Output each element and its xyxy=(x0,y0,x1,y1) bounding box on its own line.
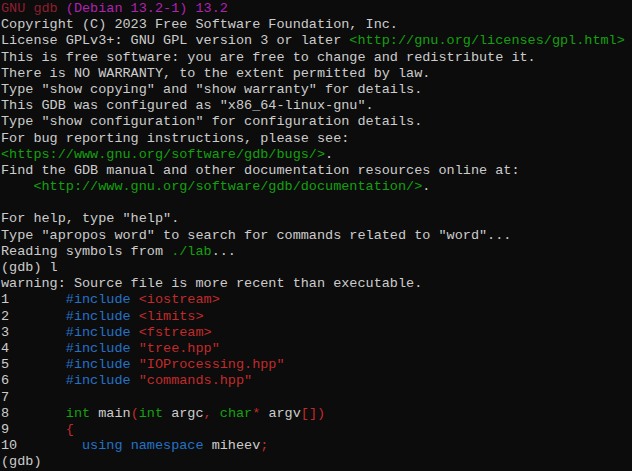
terminal-line xyxy=(1,195,632,211)
terminal-text-segment: 3 xyxy=(1,325,66,340)
terminal-text-segment: #include xyxy=(66,357,131,372)
terminal-text-segment: #include xyxy=(66,292,131,307)
terminal-text-segment: warning: Source file is more recent than… xyxy=(1,276,422,291)
terminal-text-segment xyxy=(131,325,139,340)
terminal-text-segment: using xyxy=(82,438,123,453)
terminal-text-segment: 4 xyxy=(1,341,66,356)
terminal-text-segment: 7 xyxy=(1,390,9,405)
terminal-line: <https://www.gnu.org/software/gdb/bugs/>… xyxy=(1,147,632,163)
terminal-text-segment: (gdb) xyxy=(1,454,42,469)
terminal-text-segment: 9 xyxy=(1,422,66,437)
terminal-text-segment: , xyxy=(204,406,212,421)
terminal-line: For bug reporting instructions, please s… xyxy=(1,131,632,147)
terminal-line: 10 using namespace miheev; xyxy=(1,438,632,454)
terminal-text-segment: 5 xyxy=(1,357,66,372)
terminal-text-segment: #include xyxy=(66,309,131,324)
terminal-line: For help, type "help". xyxy=(1,211,632,227)
terminal-text-segment: There is NO WARRANTY, to the extent perm… xyxy=(1,66,430,81)
terminal-text-segment xyxy=(131,292,139,307)
terminal-line: 6 #include "commands.hpp" xyxy=(1,373,632,389)
terminal-text-segment: "IOProcessing.hpp" xyxy=(139,357,285,372)
terminal-line: Type "apropos word" to search for comman… xyxy=(1,228,632,244)
terminal-line: License GPLv3+: GNU GPL version 3 or lat… xyxy=(1,33,632,49)
terminal-text-segment: ( xyxy=(131,406,139,421)
terminal-line: Reading symbols from ./lab... xyxy=(1,244,632,260)
terminal-text-segment: int xyxy=(66,406,90,421)
terminal-line: <http://www.gnu.org/software/gdb/documen… xyxy=(1,179,632,195)
terminal-text-segment xyxy=(131,357,139,372)
terminal-line: This is free software: you are free to c… xyxy=(1,50,632,66)
terminal-text-segment: GNU gdb xyxy=(1,1,66,16)
terminal-line: 7 xyxy=(1,390,632,406)
terminal-line: warning: Source file is more recent than… xyxy=(1,276,632,292)
terminal-text-segment xyxy=(212,406,220,421)
terminal-text-segment: #include xyxy=(66,341,131,356)
terminal-text-segment: []) xyxy=(301,406,325,421)
terminal-text-segment: License GPLv3+: GNU GPL version 3 or lat… xyxy=(1,33,349,48)
terminal-text-segment: For bug reporting instructions, please s… xyxy=(1,131,349,146)
terminal-line: 1 #include <iostream> xyxy=(1,292,632,308)
terminal-text-segment: 6 xyxy=(1,373,66,388)
terminal-text-segment: 1 xyxy=(1,292,66,307)
terminal-text-segment: "tree.hpp" xyxy=(139,341,220,356)
terminal-text-segment: miheev xyxy=(204,438,261,453)
terminal-text-segment: (gdb) l xyxy=(1,260,58,275)
terminal-text-segment: . xyxy=(422,179,430,194)
terminal-line: GNU gdb (Debian 13.2-1) 13.2 xyxy=(1,1,632,17)
terminal-text-segment: Type "apropos word" to search for comman… xyxy=(1,228,511,243)
terminal-text-segment: namespace xyxy=(131,438,204,453)
terminal-text-segment: For help, type "help". xyxy=(1,211,179,226)
terminal-text-segment: <iostream> xyxy=(139,292,220,307)
terminal-text-segment: <https://www.gnu.org/software/gdb/bugs/> xyxy=(1,147,325,162)
terminal-text-segment: This GDB was configured as "x86_64-linux… xyxy=(1,98,374,113)
terminal-text-segment: This is free software: you are free to c… xyxy=(1,50,536,65)
terminal-text-segment: Type "show configuration" for configurat… xyxy=(1,114,422,129)
terminal-text-segment xyxy=(131,309,139,324)
terminal-text-segment: ... xyxy=(212,244,236,259)
terminal-line: This GDB was configured as "x86_64-linux… xyxy=(1,98,632,114)
terminal-text-segment: Type "show copying" and "show warranty" … xyxy=(1,82,422,97)
terminal-text-segment: (Debian 13.2-1) 13.2 xyxy=(66,1,228,16)
terminal-text-segment: int xyxy=(139,406,163,421)
terminal-text-segment: { xyxy=(66,422,74,437)
terminal[interactable]: GNU gdb (Debian 13.2-1) 13.2Copyright (C… xyxy=(0,0,632,471)
terminal-text-segment: #include xyxy=(66,373,131,388)
terminal-text-segment: #include xyxy=(66,325,131,340)
terminal-text-segment: ./lab xyxy=(171,244,212,259)
terminal-line: There is NO WARRANTY, to the extent perm… xyxy=(1,66,632,82)
terminal-text-segment xyxy=(123,438,131,453)
gdb-prompt-line[interactable]: (gdb) xyxy=(1,454,632,470)
terminal-line: 8 int main(int argc, char* argv[]) xyxy=(1,406,632,422)
terminal-text-segment: argc xyxy=(163,406,204,421)
terminal-text-segment: <http://www.gnu.org/software/gdb/documen… xyxy=(33,179,422,194)
terminal-text-segment: char xyxy=(220,406,252,421)
terminal-text-segment xyxy=(1,179,33,194)
terminal-text-segment xyxy=(131,341,139,356)
terminal-line: 3 #include <fstream> xyxy=(1,325,632,341)
terminal-text-segment: . xyxy=(325,147,333,162)
terminal-text-segment: 8 xyxy=(1,406,66,421)
terminal-line: 2 #include <limits> xyxy=(1,309,632,325)
terminal-line: 5 #include "IOProcessing.hpp" xyxy=(1,357,632,373)
terminal-line: (gdb) l xyxy=(1,260,632,276)
terminal-line: Type "show copying" and "show warranty" … xyxy=(1,82,632,98)
terminal-line: Type "show configuration" for configurat… xyxy=(1,114,632,130)
terminal-line: Copyright (C) 2023 Free Software Foundat… xyxy=(1,17,632,33)
terminal-line: 4 #include "tree.hpp" xyxy=(1,341,632,357)
terminal-text-segment: 2 xyxy=(1,309,66,324)
terminal-text-segment: <fstream> xyxy=(139,325,212,340)
terminal-text-segment: <limits> xyxy=(139,309,204,324)
terminal-text-segment: ; xyxy=(260,438,268,453)
terminal-line: 9 { xyxy=(1,422,632,438)
terminal-text-segment: Copyright (C) 2023 Free Software Foundat… xyxy=(1,17,398,32)
terminal-text-segment: main xyxy=(90,406,131,421)
terminal-text-segment: <http://gnu.org/licenses/gpl.html> xyxy=(349,33,624,48)
terminal-text-segment: argv xyxy=(260,406,301,421)
terminal-text-segment xyxy=(131,373,139,388)
terminal-line: Find the GDB manual and other documentat… xyxy=(1,163,632,179)
terminal-text-segment: Find the GDB manual and other documentat… xyxy=(1,163,519,178)
terminal-text-segment: Reading symbols from xyxy=(1,244,171,259)
terminal-text-segment: "commands.hpp" xyxy=(139,373,252,388)
terminal-text-segment: 10 xyxy=(1,438,82,453)
